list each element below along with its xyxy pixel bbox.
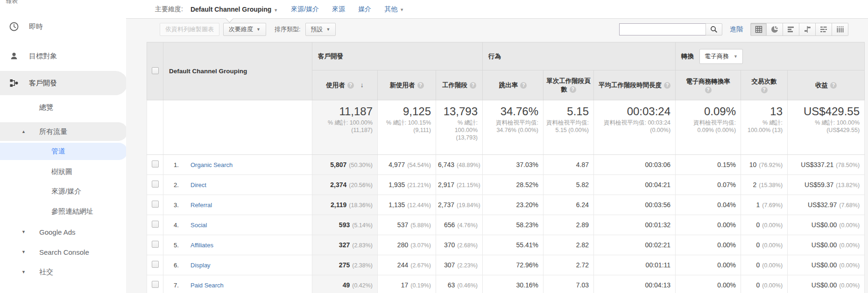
help-icon[interactable]: ? — [347, 82, 354, 89]
row-checkbox[interactable] — [152, 201, 159, 208]
channel-link[interactable]: Referral — [191, 202, 212, 209]
row-number: 6. — [174, 262, 191, 269]
bounce-rate-cell: 23.20% — [483, 195, 543, 215]
sidebar-item-realtime[interactable]: 即時 — [0, 16, 126, 37]
sidebar-item-google-ads[interactable]: ▼ Google Ads — [0, 222, 126, 242]
advanced-link[interactable]: 進階 — [730, 25, 743, 34]
primary-dimension-selected[interactable]: Default Channel Grouping▼ — [191, 6, 278, 13]
dimension-link-other[interactable]: 其他▼ — [384, 5, 404, 14]
sidebar-item-overview[interactable]: 總覽 — [0, 97, 126, 118]
column-header-pages-per-session[interactable]: 單次工作階段頁數? — [543, 70, 594, 100]
sidebar-item-channels[interactable]: 管道 — [0, 143, 126, 160]
primary-dimension-bar: 主要維度: Default Channel Grouping▼ 來源/媒介 來源… — [126, 0, 868, 19]
revenue-cell: US$0.00(0.00%) — [788, 275, 865, 293]
ecommerce-conversion-rate-cell: 0.04% — [676, 195, 741, 215]
table-row: 2.Direct 2,374(20.56%) 1,935(21.21%) 2,9… — [147, 175, 865, 195]
help-icon[interactable]: ? — [570, 86, 576, 93]
triangle-down-icon: ▼ — [21, 270, 26, 274]
transactions-cell: 0(0.00%) — [741, 235, 788, 255]
triangle-down-icon: ▼ — [21, 230, 26, 234]
totals-row: 11,187% 總計: 100.00% (11,187) 9,125% 總計: … — [147, 100, 865, 155]
column-header-transactions[interactable]: 交易次數? — [741, 70, 788, 100]
column-header-bounce-rate[interactable]: 跳出率? — [483, 70, 543, 100]
channel-link[interactable]: Social — [191, 222, 207, 229]
person-icon — [8, 50, 20, 62]
revenue-cell: US$0.00(0.00%) — [788, 215, 865, 235]
sidebar-item-label: 即時 — [29, 22, 43, 31]
help-icon[interactable]: ? — [761, 87, 768, 93]
row-number: 1. — [174, 161, 191, 168]
search-input[interactable] — [619, 23, 706, 35]
primary-dimension-label: 主要維度: — [155, 5, 183, 14]
sort-type-label: 排序類型: — [275, 25, 301, 34]
sidebar: 報表 即時 目標對象 客戶開發 總覽 ▲ 所有流量 管道 — [0, 0, 126, 293]
pages-per-session-cell: 7.03 — [543, 275, 594, 293]
help-icon[interactable]: ? — [520, 82, 527, 89]
row-checkbox[interactable] — [152, 221, 159, 228]
group-header-acquisition: 客戶開發 — [312, 42, 483, 70]
sort-type-button[interactable]: 預設▼ — [305, 23, 336, 36]
row-checkbox[interactable] — [152, 261, 159, 268]
revenue-cell: US$59.37(13.82%) — [788, 175, 865, 195]
comparison-view-button[interactable] — [799, 23, 816, 36]
sidebar-item-search-console[interactable]: ▼ Search Console — [0, 242, 126, 262]
sidebar-item-treemaps[interactable]: 樹狀圖 — [0, 161, 126, 182]
new-users-cell: 280(3.07%) — [378, 235, 436, 255]
row-checkbox[interactable] — [152, 281, 159, 288]
column-header-new-users[interactable]: 新使用者? — [378, 70, 436, 100]
conversion-type-dropdown[interactable]: 電子商務▼ — [699, 49, 743, 64]
dimension-link-medium[interactable]: 媒介 — [358, 5, 371, 14]
plot-rows-button[interactable]: 依資料列繪製圖表 — [160, 23, 219, 36]
bounce-rate-cell: 55.41% — [483, 235, 543, 255]
sidebar-item-label: 來源/媒介 — [51, 187, 81, 196]
table-row: 5.Affiliates 327(2.83%) 280(3.07%) 370(2… — [147, 235, 865, 255]
channel-link[interactable]: Direct — [191, 181, 206, 188]
column-header-avg-session-duration[interactable]: 平均工作階段時間長度? — [594, 70, 676, 100]
search-button[interactable] — [706, 23, 722, 35]
help-icon[interactable]: ? — [830, 82, 837, 89]
sidebar-item-audience[interactable]: 目標對象 — [0, 46, 126, 66]
performance-view-button[interactable] — [783, 23, 799, 36]
channel-link[interactable]: Organic Search — [191, 161, 233, 168]
table-view-button[interactable] — [750, 23, 767, 36]
sidebar-item-acquisition[interactable]: 客戶開發 — [0, 71, 126, 95]
dimension-link-source[interactable]: 來源 — [332, 5, 345, 14]
sidebar-item-source-medium[interactable]: 來源/媒介 — [0, 181, 126, 202]
pivot-view-button[interactable] — [832, 23, 848, 36]
help-icon[interactable]: ? — [470, 82, 476, 89]
table-row: 6.Display 275(2.38%) 244(2.67%) 307(2.23… — [147, 255, 865, 275]
dimension-link-source-medium[interactable]: 來源/媒介 — [291, 5, 319, 14]
help-icon[interactable]: ? — [705, 87, 712, 93]
term-cloud-view-button[interactable] — [816, 23, 832, 36]
bar-chart-icon — [787, 25, 795, 34]
table-row: 3.Referral 2,119(18.36%) 1,135(12.44%) 2… — [147, 195, 865, 215]
dimension-column-header[interactable]: Default Channel Grouping — [163, 42, 312, 100]
transactions-cell: 2(15.38%) — [741, 175, 788, 195]
new-users-cell: 1,935(21.21%) — [378, 175, 436, 195]
row-checkbox[interactable] — [152, 160, 159, 167]
column-header-revenue[interactable]: 收益? — [788, 70, 865, 100]
sidebar-item-label: 總覽 — [39, 103, 53, 112]
select-all-checkbox[interactable] — [152, 67, 159, 74]
column-header-sessions[interactable]: 工作階段? — [436, 70, 483, 100]
column-header-ecommerce-conversion-rate[interactable]: 電子商務轉換率? — [676, 70, 741, 100]
channel-link[interactable]: Affiliates — [191, 242, 213, 249]
channel-link[interactable]: Paid Search — [191, 282, 224, 289]
chevron-down-icon: ▼ — [400, 7, 404, 12]
sidebar-item-all-traffic[interactable]: ▲ 所有流量 — [0, 122, 126, 141]
avg-session-duration-cell: 00:02:21 — [594, 235, 676, 255]
row-checkbox[interactable] — [152, 241, 159, 248]
ecommerce-conversion-rate-cell: 0.00% — [676, 215, 741, 235]
secondary-dimension-button[interactable]: 次要維度▼ — [223, 23, 266, 36]
channel-link[interactable]: Display — [191, 262, 211, 269]
row-checkbox[interactable] — [152, 181, 159, 188]
sidebar-item-social[interactable]: ▼ 社交 — [0, 262, 126, 282]
bounce-rate-cell: 72.96% — [483, 255, 543, 275]
help-icon[interactable]: ? — [664, 82, 670, 89]
help-icon[interactable]: ? — [417, 82, 424, 89]
sidebar-item-referrals[interactable]: 參照連結網址 — [0, 201, 126, 222]
percentage-view-button[interactable] — [767, 23, 783, 36]
report-toolbar: 依資料列繪製圖表 次要維度▼ 排序類型: 預設▼ 進階 — [126, 19, 868, 40]
table-row: 7.Paid Search 49(0.42%) 17(0.19%) 63(0.4… — [147, 275, 865, 293]
column-header-users[interactable]: 使用者?↓ — [312, 70, 378, 100]
